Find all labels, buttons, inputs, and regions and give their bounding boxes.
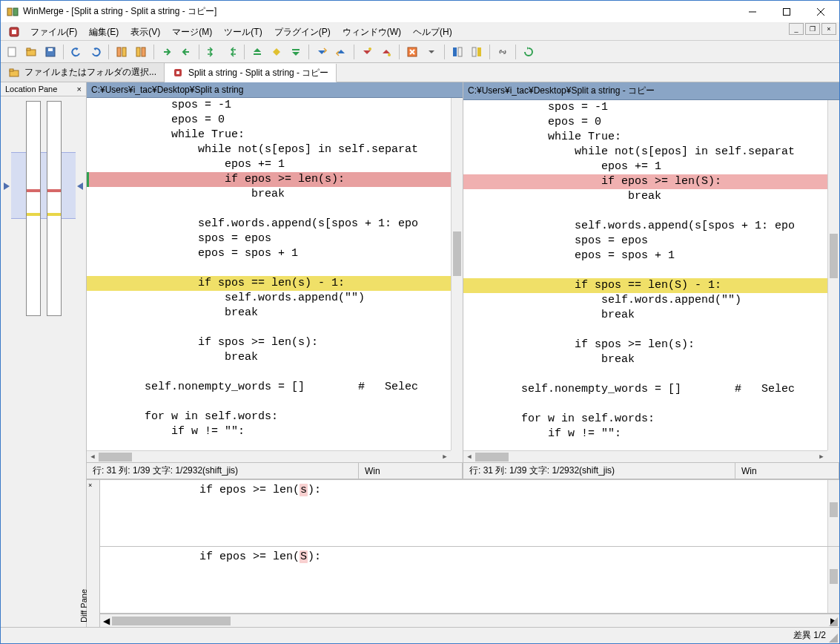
right-pane-path: C:¥Users¥i_tac¥Desktop¥Split a string - … [463, 82, 839, 100]
code-line [87, 321, 451, 335]
marker-icon[interactable] [404, 44, 420, 60]
right-status-eol: Win [735, 463, 839, 479]
code-line: while not(s[epos] in self.separat [463, 145, 827, 160]
diff-pane-label: Diff Pane [79, 589, 88, 622]
menu-plugin[interactable]: プラグイン(P) [268, 23, 337, 40]
prev-diff-icon[interactable] [333, 44, 349, 60]
svg-rect-3 [784, 8, 790, 15]
horizontal-scrollbar[interactable]: ◀▶ [87, 450, 451, 462]
undo-icon[interactable] [68, 44, 85, 60]
location-pane: Location Pane × [1, 82, 87, 627]
left-status-eol: Win [359, 463, 463, 479]
diff-next-icon[interactable] [133, 44, 149, 60]
svg-rect-22 [453, 47, 457, 56]
menu-merge[interactable]: マージ(M) [166, 23, 218, 40]
code-line: spos = epos [463, 234, 827, 249]
mdi-app-icon [4, 23, 24, 40]
left-code-view[interactable]: spos = -1 epos = 0 while True: while not… [87, 98, 463, 462]
prev-conf-icon[interactable] [378, 44, 394, 60]
menu-window[interactable]: ウィンドウ(W) [337, 23, 407, 40]
vertical-scrollbar[interactable] [827, 547, 839, 613]
code-line [463, 367, 827, 382]
maximize-button[interactable] [770, 1, 804, 22]
code-line: if spos >= len(s): [87, 335, 451, 350]
current-diff-icon[interactable] [268, 44, 285, 60]
diff-row-top[interactable]: if epos >= len(s): [100, 480, 839, 547]
right-status-pos: 行: 31 列: 1/39 文字: 1/2932(shift_jis) [463, 463, 735, 479]
code-line: break [463, 352, 827, 367]
vertical-scrollbar[interactable] [451, 98, 463, 450]
minimize-button[interactable] [735, 1, 770, 22]
vertical-scrollbar[interactable] [827, 100, 839, 450]
svg-rect-24 [472, 47, 476, 56]
tab-label: ファイルまたはフォルダの選択... [24, 66, 156, 79]
document-tabs: ファイルまたはフォルダの選択... Split a string - Split… [1, 63, 839, 82]
titlebar: WinMerge - [Split a string - Split a str… [1, 1, 839, 23]
copy-right-all-icon[interactable] [204, 44, 220, 60]
resize-grip-icon[interactable] [827, 616, 838, 626]
next-conf-icon[interactable] [359, 44, 375, 60]
pane1-icon[interactable] [449, 44, 466, 60]
svg-point-20 [388, 53, 391, 56]
svg-rect-17 [254, 53, 261, 55]
code-line [463, 204, 827, 219]
tab-select-files[interactable]: ファイルまたはフォルダの選択... [1, 63, 165, 82]
code-line [463, 397, 827, 412]
copy-left-icon[interactable] [178, 44, 194, 60]
window-title: WinMerge - [Split a string - Split a str… [23, 5, 735, 18]
mdi-restore-button[interactable]: ❐ [805, 23, 820, 35]
diff-prev-icon[interactable] [113, 44, 130, 60]
code-line: while True: [463, 130, 827, 145]
location-pane-close-icon[interactable]: × [77, 85, 82, 93]
code-line: if w != "": [87, 424, 451, 439]
copy-left-all-icon[interactable] [223, 44, 239, 60]
open-icon[interactable] [23, 44, 39, 60]
redo-icon[interactable] [87, 44, 104, 60]
window-resize-grip-icon[interactable] [827, 632, 838, 643]
diff-row-bottom[interactable]: if epos >= len(S): [100, 547, 839, 614]
svg-rect-23 [458, 47, 462, 56]
mdi-minimize-button[interactable]: _ [789, 23, 804, 35]
location-map[interactable] [1, 96, 86, 627]
compare-icon [172, 67, 184, 79]
menu-help[interactable]: ヘルプ(H) [407, 23, 458, 40]
menu-tools[interactable]: ツール(T) [218, 23, 268, 40]
code-line: if spos == len(s) - 1: [87, 276, 451, 291]
workspace: Location Pane × C:¥Users¥i_ [1, 82, 839, 627]
left-pane: C:¥Users¥i_tac¥Desktop¥Split a string sp… [87, 82, 463, 479]
svg-point-19 [368, 47, 371, 50]
first-diff-icon[interactable] [249, 44, 265, 60]
code-line: if epos >= len(s): [87, 172, 451, 187]
copy-right-icon[interactable] [159, 44, 175, 60]
code-line [87, 202, 451, 217]
tab-split-string[interactable]: Split a string - Split a string - コピー [165, 64, 337, 82]
close-button[interactable] [804, 1, 838, 22]
right-pane-status: 行: 31 列: 1/39 文字: 1/2932(shift_jis) Win [463, 462, 839, 479]
code-line: self.nonempty_words = [] # Selec [463, 382, 827, 397]
mdi-close-button[interactable]: × [821, 23, 836, 35]
code-line: for w in self.words: [463, 412, 827, 427]
svg-rect-7 [12, 30, 16, 34]
menu-view[interactable]: 表示(V) [125, 23, 166, 40]
right-code-view[interactable]: spos = -1 epos = 0 while True: while not… [463, 100, 839, 462]
save-icon[interactable] [42, 44, 59, 60]
link-icon[interactable] [495, 44, 511, 60]
horizontal-scrollbar[interactable]: ◀▶ [463, 450, 827, 462]
svg-rect-29 [176, 71, 179, 74]
code-line: epos = spos + 1 [463, 249, 827, 263]
refresh-icon[interactable] [520, 44, 537, 60]
horizontal-scrollbar[interactable]: ◀ ▶ [100, 614, 839, 627]
menu-file[interactable]: ファイル(F) [24, 23, 83, 40]
dropdown-icon[interactable] [423, 44, 440, 60]
last-diff-icon[interactable] [288, 44, 304, 60]
new-icon[interactable] [4, 44, 20, 60]
next-diff-icon[interactable] [314, 44, 330, 60]
vertical-scrollbar[interactable] [827, 480, 839, 546]
diff-pane-close-icon[interactable]: × [88, 482, 92, 489]
code-line: break [87, 306, 451, 321]
code-line: epos = 0 [463, 115, 827, 130]
code-line: while not(s[epos] in self.separat [87, 142, 451, 157]
menu-edit[interactable]: 編集(E) [83, 23, 125, 40]
app-icon [7, 6, 19, 18]
pane2-icon[interactable] [469, 44, 485, 60]
